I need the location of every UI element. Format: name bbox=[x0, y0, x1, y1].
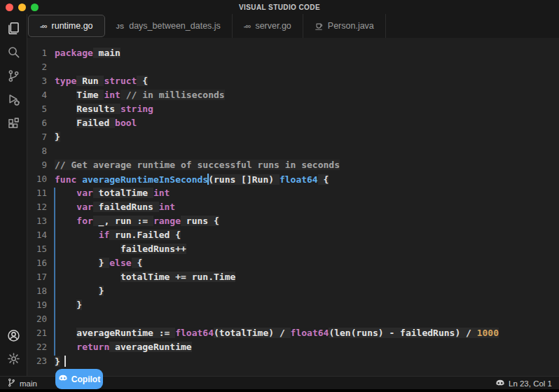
copilot-icon bbox=[495, 378, 505, 389]
line-number: 15 bbox=[27, 244, 55, 258]
token-kw: bool bbox=[115, 118, 137, 128]
token-ws bbox=[55, 342, 76, 352]
activity-bar-top bbox=[0, 14, 27, 132]
token-id: } bbox=[99, 286, 104, 296]
copilot-button-label: Copilot bbox=[71, 374, 100, 384]
account-icon[interactable] bbox=[3, 326, 24, 344]
token-id: { bbox=[318, 174, 329, 185]
code-line-17: totalTime += run.Time bbox=[55, 272, 559, 286]
copilot-icon bbox=[58, 373, 68, 385]
code-line-16: } else { bbox=[55, 258, 559, 272]
token-ws bbox=[55, 90, 76, 100]
token-id: Run bbox=[76, 76, 104, 86]
code-line-4: Time int // in milliseconds bbox=[55, 90, 559, 104]
token-kw: return bbox=[76, 342, 109, 352]
code-line-13: for _, run := range runs { bbox=[55, 216, 559, 230]
line-number: 9 bbox=[27, 160, 55, 174]
code-line-18: } bbox=[55, 286, 559, 300]
token-id: Results bbox=[76, 104, 120, 114]
title-bar: Visual Studio Code bbox=[0, 0, 559, 15]
line-number: 23 bbox=[27, 356, 55, 370]
cursor-position-indicator[interactable]: Ln 23, Col 1 bbox=[488, 377, 559, 390]
token-kw: string bbox=[120, 104, 153, 114]
token-cm: // Get average runtime of successful run… bbox=[55, 160, 340, 170]
token-ws bbox=[55, 328, 76, 338]
token-id: } bbox=[55, 132, 60, 142]
token-kw: var bbox=[76, 188, 92, 198]
git-branch-indicator[interactable]: main bbox=[0, 377, 44, 390]
token-id: _, run := bbox=[93, 216, 153, 226]
run-debug-icon[interactable] bbox=[3, 90, 24, 108]
line-number: 18 bbox=[27, 286, 55, 300]
token-kw: float64 bbox=[291, 328, 329, 338]
token-id: (len(runs) - failedRuns) / bbox=[329, 328, 476, 338]
line-number: 17 bbox=[27, 272, 55, 286]
code-line-20 bbox=[55, 314, 559, 328]
tab-label: runtime.go bbox=[52, 21, 93, 31]
close-window-button[interactable] bbox=[6, 4, 13, 11]
line-number: 4 bbox=[27, 90, 55, 104]
code-content: package maintype Run struct { Time int /… bbox=[55, 38, 559, 370]
explorer-icon[interactable] bbox=[3, 19, 24, 37]
window-title: Visual Studio Code bbox=[239, 4, 320, 11]
line-number: 8 bbox=[27, 146, 55, 160]
code-line-7: } bbox=[55, 132, 559, 146]
minimize-window-button[interactable] bbox=[18, 4, 26, 11]
token-ws bbox=[55, 230, 99, 240]
traffic-lights bbox=[6, 0, 39, 14]
java-file-icon bbox=[315, 22, 323, 31]
source-control-icon[interactable] bbox=[3, 66, 24, 85]
line-number: 11 bbox=[27, 188, 55, 202]
line-number: 6 bbox=[27, 118, 55, 132]
token-kw: package bbox=[55, 48, 93, 58]
token-id: Time bbox=[76, 90, 104, 100]
token-ws bbox=[55, 104, 76, 114]
token-kw: func bbox=[55, 174, 76, 185]
token-ws bbox=[55, 118, 76, 128]
tab-days_between_dates.js[interactable]: JSdays_between_dates.js bbox=[105, 14, 233, 38]
token-ws bbox=[55, 188, 76, 198]
zoom-window-button[interactable] bbox=[31, 4, 39, 11]
token-id: averageRuntime bbox=[109, 342, 191, 352]
extensions-icon[interactable] bbox=[3, 114, 24, 132]
activity-bar bbox=[0, 14, 27, 376]
token-id: (totalTime) / bbox=[214, 328, 291, 338]
token-kw: int bbox=[153, 188, 170, 198]
line-number: 2 bbox=[27, 62, 55, 76]
copilot-button[interactable]: Copilot bbox=[55, 369, 103, 389]
activity-bar-bottom bbox=[0, 326, 27, 376]
tab-label: days_between_dates.js bbox=[129, 21, 221, 31]
tab-bar: -∞runtime.goJSdays_between_dates.js-∞ser… bbox=[27, 14, 559, 38]
token-kw: int bbox=[159, 202, 175, 212]
code-editor[interactable]: 1234567891011121314151617181920212223 pa… bbox=[27, 38, 559, 376]
search-icon[interactable] bbox=[3, 43, 24, 61]
token-kw: float64 bbox=[175, 328, 214, 338]
token-id: totalTime += run.Time bbox=[120, 272, 235, 282]
tab-Person.java[interactable]: Person.java bbox=[303, 14, 386, 38]
token-id: Failed bbox=[76, 118, 115, 128]
git-branch-icon bbox=[7, 378, 16, 388]
branch-name: main bbox=[20, 379, 37, 388]
line-number: 21 bbox=[27, 328, 55, 342]
line-number: 14 bbox=[27, 230, 55, 244]
token-id: totalTime bbox=[93, 188, 153, 198]
token-id: runs { bbox=[181, 216, 219, 226]
line-number: 16 bbox=[27, 258, 55, 272]
code-line-1: package main bbox=[55, 48, 559, 62]
line-col-label: Ln 23, Col 1 bbox=[509, 379, 552, 388]
token-ws bbox=[55, 202, 76, 212]
tab-server.go[interactable]: -∞server.go bbox=[233, 14, 303, 38]
line-number: 19 bbox=[27, 300, 55, 314]
token-ws bbox=[55, 216, 76, 226]
token-id: (runs []Run) bbox=[208, 174, 280, 185]
settings-icon[interactable] bbox=[3, 349, 24, 368]
vscode-window: Visual Studio Code -∞runtime.goJSdays_be… bbox=[0, 0, 559, 392]
token-kw: int bbox=[104, 90, 120, 100]
code-line-8 bbox=[55, 146, 559, 160]
code-line-3: type Run struct { bbox=[55, 76, 559, 90]
tab-runtime.go[interactable]: -∞runtime.go bbox=[28, 15, 105, 37]
token-kw: type bbox=[55, 76, 76, 86]
code-line-14: if run.Failed { bbox=[55, 230, 559, 244]
line-number: 3 bbox=[27, 76, 55, 90]
token-ws bbox=[55, 244, 120, 254]
